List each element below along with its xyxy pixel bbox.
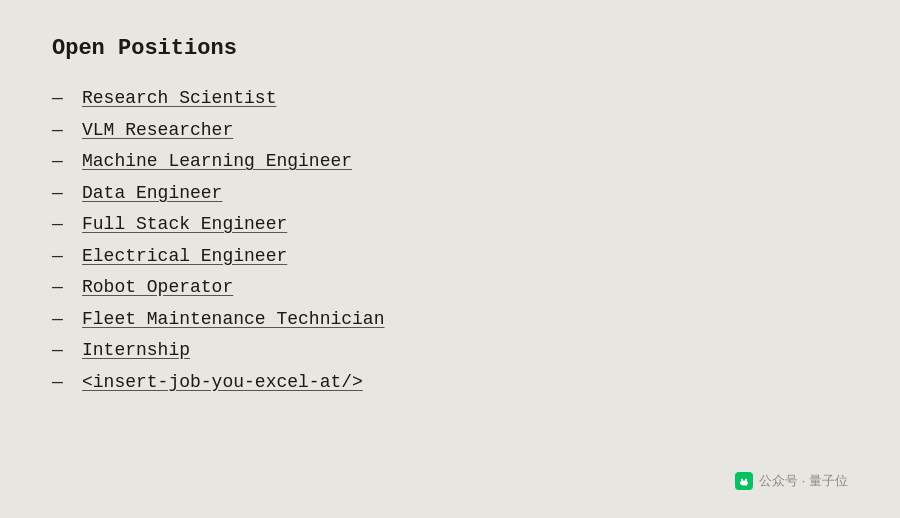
list-dash: — <box>52 335 70 367</box>
position-link[interactable]: Robot Operator <box>82 272 233 304</box>
list-dash: — <box>52 241 70 273</box>
list-item: —Fleet Maintenance Technician <box>52 304 840 336</box>
wechat-icon <box>735 472 753 490</box>
list-item: —Machine Learning Engineer <box>52 146 840 178</box>
page-container: Open Positions —Research Scientist—VLM R… <box>0 0 900 518</box>
list-dash: — <box>52 272 70 304</box>
list-dash: — <box>52 367 70 399</box>
list-dash: — <box>52 115 70 147</box>
list-item: —Research Scientist <box>52 83 840 115</box>
position-link[interactable]: Full Stack Engineer <box>82 209 287 241</box>
position-link[interactable]: <insert-job-you-excel-at/> <box>82 367 363 399</box>
list-item: —Full Stack Engineer <box>52 209 840 241</box>
list-item: —Robot Operator <box>52 272 840 304</box>
list-dash: — <box>52 178 70 210</box>
list-dash: — <box>52 209 70 241</box>
position-link[interactable]: Machine Learning Engineer <box>82 146 352 178</box>
list-dash: — <box>52 304 70 336</box>
list-item: —VLM Researcher <box>52 115 840 147</box>
list-item: —Data Engineer <box>52 178 840 210</box>
position-link[interactable]: Electrical Engineer <box>82 241 287 273</box>
list-item: —<insert-job-you-excel-at/> <box>52 367 840 399</box>
list-dash: — <box>52 83 70 115</box>
position-link[interactable]: Internship <box>82 335 190 367</box>
watermark-text: 公众号 · 量子位 <box>759 472 848 490</box>
position-link[interactable]: Data Engineer <box>82 178 222 210</box>
list-dash: — <box>52 146 70 178</box>
position-link[interactable]: Fleet Maintenance Technician <box>82 304 384 336</box>
positions-list: —Research Scientist—VLM Researcher—Machi… <box>52 83 840 398</box>
list-item: —Electrical Engineer <box>52 241 840 273</box>
position-link[interactable]: Research Scientist <box>82 83 276 115</box>
watermark: 公众号 · 量子位 <box>735 472 848 490</box>
list-item: —Internship <box>52 335 840 367</box>
position-link[interactable]: VLM Researcher <box>82 115 233 147</box>
page-title: Open Positions <box>52 36 840 61</box>
